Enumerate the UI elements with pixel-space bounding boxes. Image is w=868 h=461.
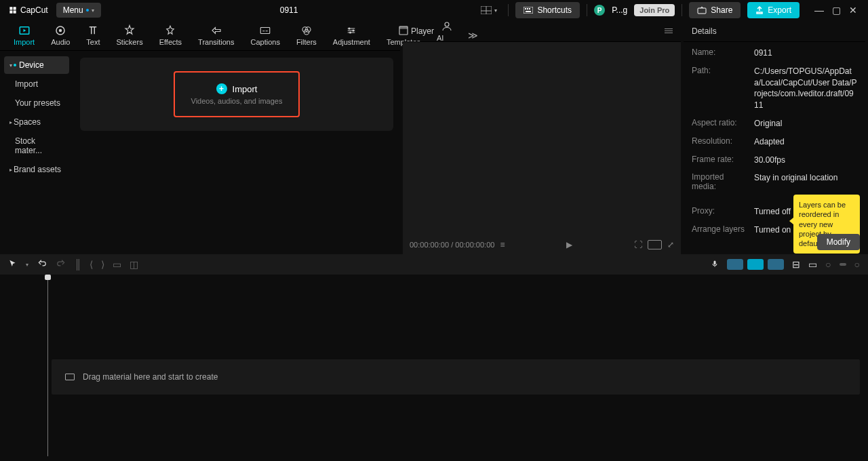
share-button[interactable]: Share	[689, 2, 741, 18]
details-proxy-label: Proxy:	[692, 206, 747, 218]
svg-point-18	[349, 32, 351, 34]
trim-right-button[interactable]: ⟩	[101, 259, 104, 270]
app-name: CapCut	[20, 5, 48, 15]
shortcuts-label: Shortcuts	[537, 5, 572, 15]
svg-point-17	[353, 30, 355, 32]
modify-button[interactable]: Modify	[817, 234, 860, 250]
maximize-button[interactable]: ▢	[832, 5, 841, 16]
divider	[508, 4, 509, 16]
player-timecode: 00:00:00:00 / 00:00:00:00	[410, 241, 494, 249]
magnet-mode-3[interactable]	[768, 259, 784, 270]
menu-button[interactable]: Menu ▾	[56, 3, 101, 18]
fullscreen-button[interactable]: ⤢	[667, 240, 674, 249]
scan-icon[interactable]: ⛶	[634, 240, 642, 249]
layout-button[interactable]: ▾	[477, 3, 501, 17]
tab-label: Audio	[51, 38, 70, 46]
preview-button[interactable]: ▭	[808, 259, 817, 270]
tab-filters[interactable]: Filters	[288, 20, 325, 51]
details-aspect-label: Aspect ratio:	[692, 118, 747, 129]
crop-button[interactable]: ◫	[130, 259, 138, 270]
pointer-tool[interactable]	[8, 259, 18, 270]
chevron-right-icon: ▸	[9, 167, 12, 173]
minimize-button[interactable]: —	[814, 5, 824, 16]
join-pro-button[interactable]: Join Pro	[634, 4, 675, 16]
magnet-mode-2[interactable]	[747, 259, 764, 270]
tab-transitions[interactable]: Transitions	[190, 20, 242, 51]
timeline-tracks[interactable]: Drag material here and start to create	[0, 275, 868, 456]
play-button[interactable]: ▶	[566, 240, 572, 249]
chevron-right-icon: ▸	[9, 119, 12, 125]
import-dropzone[interactable]: + Import Videos, audios, and images	[174, 71, 300, 117]
snap-button[interactable]: ⊟	[792, 259, 800, 270]
details-name-value: 0911	[754, 47, 772, 59]
player-menu-button[interactable]	[665, 28, 673, 33]
tab-stickers[interactable]: Stickers	[108, 20, 151, 51]
svg-rect-6	[529, 8, 530, 9]
tab-label: Filters	[296, 38, 317, 46]
details-resolution-value: Adapted	[754, 136, 785, 148]
sidebar-item-device[interactable]: ▾ Device	[4, 56, 69, 74]
zoom-out-button[interactable]: ○	[825, 259, 831, 270]
zoom-in-button[interactable]: ○	[854, 259, 860, 270]
pointer-options[interactable]: ▾	[26, 262, 28, 268]
tab-audio[interactable]: Audio	[43, 20, 78, 51]
svg-point-16	[349, 28, 351, 30]
playhead[interactable]	[47, 275, 48, 456]
magnet-mode-1[interactable]	[727, 259, 743, 270]
tab-import[interactable]: Import	[5, 20, 43, 51]
tab-label: Stickers	[117, 38, 143, 46]
chevron-down-icon: ▾	[9, 62, 12, 68]
sidebar-item-stock[interactable]: Stock mater...	[4, 132, 69, 159]
menu-dot-icon	[86, 9, 89, 12]
sidebar-item-label: Device	[19, 60, 44, 70]
user-avatar[interactable]: P	[594, 5, 605, 16]
divider	[682, 4, 682, 16]
project-title: 0911	[101, 5, 477, 15]
import-subtitle: Videos, audios, and images	[191, 97, 283, 105]
import-panel: + Import Videos, audios, and images	[80, 58, 393, 131]
tab-label: Import	[14, 38, 35, 46]
sidebar-item-label: Your presets	[15, 98, 60, 108]
trim-left-button[interactable]: ⟨	[90, 259, 93, 270]
details-title: Details	[692, 26, 717, 36]
tab-text[interactable]: Text	[78, 20, 108, 51]
divider	[587, 4, 587, 16]
zoom-slider[interactable]	[840, 263, 846, 266]
timeline-drop-hint[interactable]: Drag material here and start to create	[52, 359, 860, 395]
undo-button[interactable]	[37, 259, 47, 270]
mic-button[interactable]	[711, 258, 719, 271]
sidebar-item-label: Stock mater...	[15, 136, 64, 155]
sidebar-item-import[interactable]: Import	[4, 75, 69, 93]
details-resolution-label: Resolution:	[692, 136, 747, 148]
tab-effects[interactable]: Effects	[151, 20, 190, 51]
app-logo: CapCut	[3, 5, 54, 15]
svg-point-11	[59, 29, 62, 33]
split-button[interactable]: ║	[75, 259, 81, 270]
svg-rect-22	[714, 260, 716, 264]
import-title: Import	[233, 84, 258, 94]
sidebar-item-presets[interactable]: Your presets	[4, 94, 69, 112]
details-aspect-value: Original	[754, 118, 782, 129]
shortcuts-button[interactable]: Shortcuts	[515, 2, 580, 18]
sidebar-item-label: Spaces	[14, 117, 41, 127]
details-layers-value: Turned on	[754, 224, 791, 236]
tab-adjustment[interactable]: Adjustment	[325, 20, 378, 51]
redo-button[interactable]	[56, 259, 66, 270]
user-name: P...g	[612, 5, 627, 15]
svg-rect-5	[527, 8, 528, 9]
chevron-down-icon: ▾	[92, 7, 94, 14]
top-tabs: Import Audio Text Stickers Effects Trans…	[0, 20, 400, 51]
tab-captions[interactable]: Captions	[242, 20, 288, 51]
media-icon	[65, 374, 75, 380]
delete-button[interactable]: ▭	[113, 259, 121, 270]
tooltip-arrow-icon	[789, 218, 793, 224]
export-button[interactable]: Export	[747, 2, 800, 18]
sidebar-item-spaces[interactable]: ▸ Spaces	[4, 113, 69, 131]
details-path-label: Path:	[692, 66, 747, 111]
player-viewport[interactable]	[403, 42, 681, 235]
svg-rect-7	[526, 11, 531, 12]
sidebar-item-brand[interactable]: ▸ Brand assets	[4, 161, 69, 178]
details-name-label: Name:	[692, 47, 747, 59]
close-button[interactable]: ✕	[849, 5, 857, 16]
ratio-button[interactable]	[648, 240, 663, 249]
